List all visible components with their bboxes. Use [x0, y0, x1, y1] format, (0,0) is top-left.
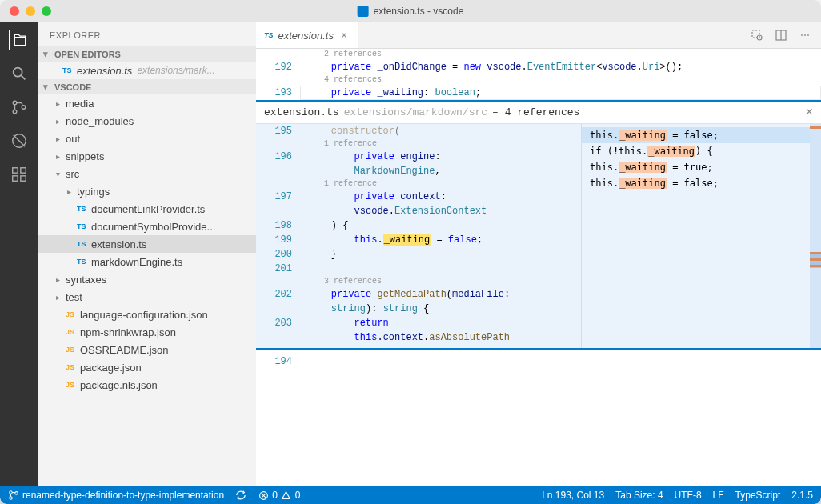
tab-extension[interactable]: TS extension.ts × — [256, 22, 358, 48]
workspace-header[interactable]: ▾ VSCODE — [38, 79, 256, 94]
search-icon[interactable] — [10, 64, 29, 83]
svg-rect-7 — [13, 168, 18, 173]
source-control-icon[interactable] — [10, 98, 29, 117]
reference-item[interactable]: this._waiting = true; — [582, 159, 821, 175]
chevron-icon: ▸ — [56, 152, 66, 161]
typescript-icon: TS — [264, 31, 274, 39]
svg-point-17 — [15, 492, 18, 495]
chevron-icon: ▸ — [56, 275, 66, 284]
editor-actions: ⋯ — [751, 29, 821, 42]
js-icon: JS — [66, 310, 80, 318]
debug-icon[interactable] — [10, 131, 29, 150]
editor-area: TS extension.ts × ⋯ 1921932 references p… — [256, 22, 821, 486]
tab-label: extension.ts — [278, 30, 334, 42]
code-editor[interactable]: 1921932 references private _onDidChange … — [256, 49, 821, 486]
svg-rect-9 — [21, 176, 26, 181]
chevron-icon: ▸ — [56, 134, 66, 143]
version[interactable]: 2.1.5 — [791, 490, 813, 501]
close-icon[interactable]: × — [805, 106, 813, 120]
tree-item[interactable]: JSnpm-shrinkwrap.json — [38, 323, 256, 341]
sync-item[interactable] — [235, 490, 246, 501]
chevron-icon: ▸ — [67, 187, 77, 196]
tree-item[interactable]: ▸node_modules — [38, 112, 256, 130]
js-icon: JS — [66, 381, 80, 389]
tree-item[interactable]: TSmarkdownEngine.ts — [38, 253, 256, 270]
encoding[interactable]: UTF-8 — [675, 490, 702, 501]
reference-item[interactable]: this._waiting = false; — [582, 127, 821, 143]
open-editor-item[interactable]: TS extension.ts extensions/mark... — [38, 62, 256, 79]
chevron-down-icon: ▾ — [43, 82, 51, 92]
sidebar: EXPLORER ▾ OPEN EDITORS TS extension.ts … — [38, 22, 256, 486]
tree-item[interactable]: ▸syntaxes — [38, 270, 256, 288]
more-icon[interactable]: ⋯ — [799, 29, 811, 42]
svg-point-4 — [22, 106, 26, 110]
language[interactable]: TypeScript — [735, 490, 781, 501]
branch-icon — [8, 490, 19, 501]
peek-code[interactable]: 195196197198199200201202203 constructor(… — [256, 124, 581, 348]
tree-item[interactable]: ▸typings — [38, 182, 256, 200]
js-icon: JS — [66, 363, 80, 371]
maximize-icon[interactable] — [42, 6, 51, 16]
tree-item[interactable]: TSdocumentSymbolProvide... — [38, 218, 256, 235]
chevron-icon: ▸ — [56, 117, 66, 126]
split-editor-icon[interactable] — [775, 29, 787, 42]
ts-icon: TS — [77, 205, 91, 213]
window-title: extension.ts - vscode — [358, 6, 464, 17]
chevron-icon: ▸ — [56, 293, 66, 302]
svg-rect-8 — [13, 176, 18, 181]
tab-size[interactable]: Tab Size: 4 — [615, 490, 663, 501]
ts-icon: TS — [77, 258, 91, 266]
tree-item[interactable]: ▸media — [38, 94, 256, 112]
tree-item[interactable]: ▸snippets — [38, 147, 256, 165]
svg-point-16 — [10, 497, 13, 500]
tree-item[interactable]: ▸test — [38, 288, 256, 306]
peek-header: extension.ts extensions/markdown/src – 4… — [256, 102, 821, 124]
tree-item[interactable]: JSpackage.json — [38, 358, 256, 376]
close-icon[interactable] — [10, 6, 19, 16]
tree-item[interactable]: JSOSSREADME.json — [38, 341, 256, 358]
tree-item[interactable]: ▸out — [38, 130, 256, 147]
cursor-position[interactable]: Ln 193, Col 13 — [542, 490, 604, 501]
reference-item[interactable]: this._waiting = false; — [582, 175, 821, 191]
file-tree[interactable]: ▸media▸node_modules▸out▸snippets▾src▸typ… — [38, 94, 256, 486]
peek-references-list[interactable]: this._waiting = false;if (!this._waiting… — [581, 124, 821, 348]
extensions-icon[interactable] — [10, 165, 29, 184]
svg-line-1 — [22, 76, 26, 80]
eol[interactable]: LF — [713, 490, 724, 501]
peek-path: extensions/markdown/src — [344, 106, 487, 118]
peek-view: extension.ts extensions/markdown/src – 4… — [256, 100, 821, 350]
ts-icon: TS — [77, 240, 91, 248]
chevron-down-icon: ▾ — [43, 49, 51, 59]
js-icon: JS — [66, 328, 80, 336]
sidebar-title: EXPLORER — [38, 22, 256, 46]
tree-item[interactable]: TSdocumentLinkProvider.ts — [38, 200, 256, 218]
svg-point-3 — [13, 110, 17, 114]
ts-icon: TS — [77, 222, 91, 230]
minimize-icon[interactable] — [26, 6, 35, 16]
explorer-icon[interactable] — [9, 30, 28, 50]
warning-icon — [281, 490, 292, 501]
branch-item[interactable]: renamed-type-definition-to-type-implemen… — [8, 490, 224, 501]
window-controls — [10, 6, 51, 16]
vscode-icon — [358, 6, 369, 17]
window-title-text: extension.ts - vscode — [374, 6, 464, 17]
open-editors-header[interactable]: ▾ OPEN EDITORS — [38, 46, 256, 62]
tree-item[interactable]: TSextension.ts — [38, 235, 256, 253]
show-references-icon[interactable] — [751, 29, 763, 42]
peek-filename: extension.ts — [264, 106, 339, 118]
typescript-icon: TS — [62, 66, 77, 74]
titlebar[interactable]: extension.ts - vscode — [0, 0, 821, 22]
chevron-icon: ▸ — [56, 99, 66, 108]
activity-bar — [0, 22, 38, 486]
tree-item[interactable]: JSlanguage-configuration.json — [38, 306, 256, 323]
scrollbar[interactable] — [810, 124, 821, 348]
svg-rect-11 — [752, 30, 759, 38]
reference-item[interactable]: if (!this._waiting) { — [582, 143, 821, 159]
close-icon[interactable]: × — [338, 30, 350, 41]
js-icon: JS — [66, 346, 80, 354]
problems-item[interactable]: 0 0 — [258, 490, 300, 501]
tree-item[interactable]: ▾src — [38, 165, 256, 182]
sync-icon — [235, 490, 246, 501]
svg-point-2 — [13, 101, 17, 105]
tree-item[interactable]: JSpackage.nls.json — [38, 376, 256, 394]
